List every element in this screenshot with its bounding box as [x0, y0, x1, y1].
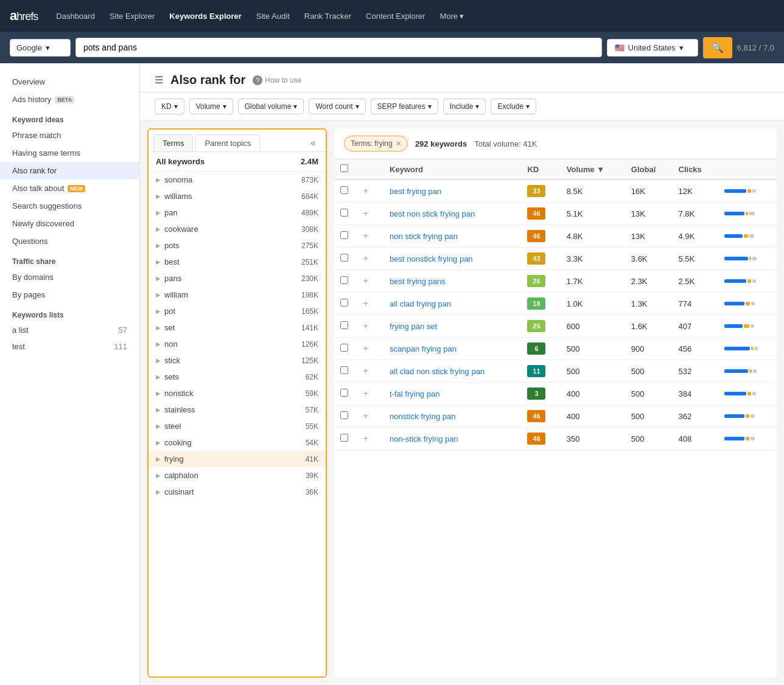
sidebar-item-ads-history[interactable]: Ads history BETA: [0, 91, 139, 108]
row-checkbox[interactable]: [340, 299, 348, 307]
row-checkbox[interactable]: [340, 321, 348, 329]
keyword-link[interactable]: t-fal frying pan: [390, 389, 439, 398]
row-checkbox[interactable]: [340, 434, 348, 442]
keyword-link[interactable]: scanpan frying pan: [390, 344, 457, 353]
keyword-link[interactable]: nonstick frying pan: [390, 412, 455, 421]
sidebar-item-search-suggestions[interactable]: Search suggestions: [0, 197, 139, 215]
term-row[interactable]: ▶ steel 55K: [149, 418, 326, 434]
term-row[interactable]: ▶ pots 275K: [149, 237, 326, 254]
sidebar-item-having-same-terms[interactable]: Having same terms: [0, 144, 139, 162]
term-row[interactable]: ▶ frying 41K: [149, 451, 326, 467]
term-row[interactable]: ▶ cooking 54K: [149, 434, 326, 451]
col-clicks[interactable]: Clicks: [673, 159, 718, 179]
tab-terms[interactable]: Terms: [153, 134, 193, 151]
sidebar-item-also-talk-about[interactable]: Also talk about NEW: [0, 179, 139, 197]
term-row[interactable]: ▶ sonoma 873K: [149, 172, 326, 188]
sidebar-item-by-domains[interactable]: By domains: [0, 268, 139, 286]
row-checkbox[interactable]: [340, 366, 348, 374]
term-row[interactable]: ▶ set 141K: [149, 319, 326, 336]
nav-dashboard[interactable]: Dashboard: [50, 8, 101, 24]
nav-more[interactable]: More ▾: [434, 8, 471, 24]
results-table-scroll[interactable]: Keyword KD Volume ▼ Global Clicks +: [334, 159, 777, 678]
term-row[interactable]: ▶ nonstick 59K: [149, 385, 326, 402]
sidebar-item-also-rank-for[interactable]: Also rank for: [0, 162, 139, 179]
tab-parent-topics[interactable]: Parent topics: [195, 134, 260, 151]
filter-kd[interactable]: KD ▾: [155, 99, 184, 114]
filter-exclude[interactable]: Exclude ▾: [491, 99, 536, 114]
row-checkbox[interactable]: [340, 231, 348, 239]
all-keywords-row[interactable]: All keywords 2.4M: [149, 152, 326, 172]
term-row[interactable]: ▶ non 126K: [149, 336, 326, 352]
add-keyword-button[interactable]: +: [360, 364, 371, 377]
sidebar-list-a-list[interactable]: a list 57: [0, 322, 139, 338]
row-checkbox[interactable]: [340, 389, 348, 397]
how-to-use-link[interactable]: ? How to use: [253, 75, 301, 85]
keyword-link[interactable]: best nonstick frying pan: [390, 254, 473, 263]
col-global[interactable]: Global: [625, 159, 673, 179]
sidebar-item-overview[interactable]: Overview: [0, 73, 139, 91]
filter-word-count[interactable]: Word count ▾: [309, 99, 365, 114]
term-row[interactable]: ▶ sets 62K: [149, 369, 326, 385]
collapse-panel-button[interactable]: «: [306, 135, 321, 151]
term-row[interactable]: ▶ calphalon 39K: [149, 467, 326, 484]
term-row[interactable]: ▶ cookware 308K: [149, 221, 326, 237]
hamburger-icon[interactable]: ☰: [155, 74, 163, 86]
term-row[interactable]: ▶ pot 165K: [149, 303, 326, 319]
add-keyword-button[interactable]: +: [360, 319, 371, 332]
add-keyword-button[interactable]: +: [360, 207, 371, 220]
sidebar-item-phrase-match[interactable]: Phrase match: [0, 127, 139, 144]
country-select[interactable]: 🇺🇸 United States ▾: [607, 39, 698, 57]
term-row[interactable]: ▶ best 251K: [149, 254, 326, 270]
keyword-link[interactable]: non-stick frying pan: [390, 434, 458, 443]
filter-tag-close-button[interactable]: ×: [396, 139, 401, 148]
add-keyword-button[interactable]: +: [360, 252, 371, 265]
select-all-checkbox[interactable]: [340, 164, 348, 172]
nav-keywords-explorer[interactable]: Keywords Explorer: [163, 8, 248, 24]
add-keyword-button[interactable]: +: [360, 274, 371, 287]
filter-serp-features[interactable]: SERP features ▾: [371, 99, 438, 114]
row-checkbox[interactable]: [340, 186, 348, 194]
logo[interactable]: ahrefs: [10, 8, 38, 24]
search-input[interactable]: [75, 38, 602, 57]
add-keyword-button[interactable]: +: [360, 387, 371, 400]
term-row[interactable]: ▶ william 198K: [149, 287, 326, 303]
add-keyword-button[interactable]: +: [360, 409, 371, 422]
sidebar-item-newly-discovered[interactable]: Newly discovered: [0, 215, 139, 232]
row-checkbox[interactable]: [340, 276, 348, 284]
term-row[interactable]: ▶ pan 489K: [149, 204, 326, 221]
row-checkbox[interactable]: [340, 411, 348, 419]
nav-site-explorer[interactable]: Site Explorer: [103, 8, 161, 24]
filter-include[interactable]: Include ▾: [443, 99, 486, 114]
nav-rank-tracker[interactable]: Rank Tracker: [298, 8, 357, 24]
keyword-link[interactable]: best frying pans: [390, 277, 446, 286]
term-row[interactable]: ▶ cuisinart 36K: [149, 484, 326, 500]
engine-select[interactable]: Google ▾: [10, 39, 71, 57]
add-keyword-button[interactable]: +: [360, 342, 371, 355]
col-kd[interactable]: KD: [521, 159, 560, 179]
keyword-link[interactable]: best non stick frying pan: [390, 209, 475, 218]
col-keyword[interactable]: Keyword: [383, 159, 521, 179]
term-row[interactable]: ▶ stainless 57K: [149, 402, 326, 418]
filter-volume[interactable]: Volume ▾: [189, 99, 233, 114]
col-volume[interactable]: Volume ▼: [561, 159, 625, 179]
nav-content-explorer[interactable]: Content Explorer: [360, 8, 432, 24]
sidebar-list-test[interactable]: test 111: [0, 338, 139, 355]
row-checkbox[interactable]: [340, 254, 348, 262]
term-row[interactable]: ▶ williams 684K: [149, 188, 326, 204]
sidebar-item-by-pages[interactable]: By pages: [0, 286, 139, 304]
keyword-link[interactable]: all clad frying pan: [390, 299, 451, 308]
term-row[interactable]: ▶ pans 230K: [149, 270, 326, 287]
sidebar-item-questions[interactable]: Questions: [0, 232, 139, 250]
filter-global-volume[interactable]: Global volume ▾: [238, 99, 304, 114]
row-checkbox[interactable]: [340, 344, 348, 352]
keyword-link[interactable]: non stick frying pan: [390, 232, 458, 241]
nav-site-audit[interactable]: Site Audit: [250, 8, 296, 24]
search-button[interactable]: 🔍: [703, 37, 732, 58]
add-keyword-button[interactable]: +: [360, 184, 371, 197]
add-keyword-button[interactable]: +: [360, 297, 371, 310]
add-keyword-button[interactable]: +: [360, 432, 371, 445]
keyword-link[interactable]: frying pan set: [390, 322, 437, 331]
row-checkbox[interactable]: [340, 209, 348, 217]
term-row[interactable]: ▶ stick 125K: [149, 352, 326, 369]
add-keyword-button[interactable]: +: [360, 229, 371, 242]
